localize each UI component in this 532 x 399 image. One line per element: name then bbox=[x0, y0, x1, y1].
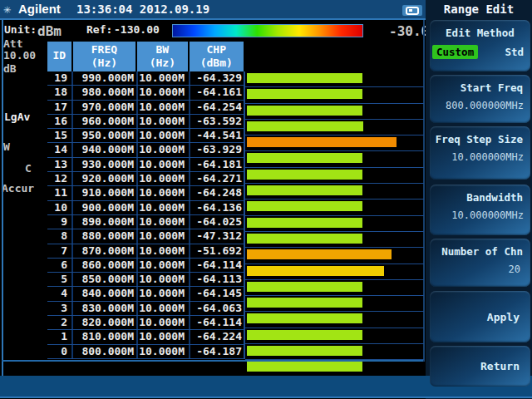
softkey-edit-method[interactable]: Edit Method Custom Std bbox=[430, 20, 530, 71]
bar-row bbox=[245, 282, 424, 296]
table-row[interactable]: 1810.000M10.000M-64.224 bbox=[47, 330, 244, 344]
table-cell: 10.000M bbox=[138, 86, 190, 99]
table-row[interactable]: 7870.000M10.000M-51.692 bbox=[47, 244, 244, 259]
column-header-id: ID bbox=[47, 42, 71, 71]
table-row[interactable]: 4840.000M10.000M-64.145 bbox=[47, 287, 244, 301]
att-value: 10.00 bbox=[3, 49, 36, 62]
menu-title: Range Edit bbox=[426, 2, 532, 16]
softkey-apply[interactable]: Apply bbox=[430, 291, 530, 342]
bar-row bbox=[245, 266, 424, 280]
table-cell: -64.145 bbox=[190, 287, 244, 300]
channel-power-bar bbox=[247, 170, 362, 180]
bar-row bbox=[245, 121, 424, 135]
table-row[interactable]: 16960.000M10.000M-63.592 bbox=[47, 115, 244, 129]
table-cell: 850.000M bbox=[73, 273, 138, 286]
table-cell: 10.000M bbox=[138, 273, 190, 286]
softkey-label: Edit Method bbox=[430, 20, 530, 39]
table-cell: 11 bbox=[47, 186, 73, 200]
table-cell: 940.000M bbox=[73, 143, 138, 156]
table-cell: -63.929 bbox=[190, 143, 244, 156]
table-cell: -64.329 bbox=[190, 71, 244, 85]
table-row[interactable]: 18980.000M10.000M-64.161 bbox=[47, 86, 244, 100]
table-cell: -64.161 bbox=[190, 86, 244, 99]
table-cell: -51.692 bbox=[190, 244, 244, 258]
option-custom[interactable]: Custom bbox=[432, 45, 478, 59]
bar-row bbox=[245, 234, 424, 248]
softkey-label: Number of Chn bbox=[430, 239, 530, 258]
table-cell: -64.254 bbox=[190, 101, 244, 114]
amplitude-color-legend bbox=[172, 24, 363, 37]
table-cell: 820.000M bbox=[73, 316, 138, 329]
att-unit: dB bbox=[3, 62, 17, 75]
channel-power-bar bbox=[247, 346, 362, 356]
softkey-value: 10.000000MHz bbox=[430, 145, 530, 163]
table-row[interactable]: 9890.000M10.000M-64.025 bbox=[47, 215, 244, 229]
table-row[interactable]: 8880.000M10.000M-47.312 bbox=[47, 229, 244, 244]
table-cell: 9 bbox=[47, 215, 73, 229]
softkey-bandwidth[interactable]: Bandwidth 10.000000MHz bbox=[430, 185, 530, 235]
table-cell: 870.000M bbox=[73, 244, 138, 258]
channel-power-bar bbox=[247, 137, 397, 147]
w-indicator: W bbox=[3, 140, 10, 153]
table-row[interactable]: 10900.000M10.000M-64.136 bbox=[47, 201, 244, 215]
remote-indicator-icon bbox=[402, 5, 422, 16]
bar-row bbox=[245, 73, 424, 87]
softkey-value: 800.000000MHz bbox=[430, 94, 530, 111]
table-row[interactable]: 17970.000M10.000M-64.254 bbox=[47, 101, 244, 115]
brand-label: Agilent bbox=[18, 2, 61, 16]
unit-value: dBm bbox=[37, 23, 62, 39]
softkey-freq-step-size[interactable]: Freq Step Size 10.000000MHz bbox=[430, 126, 530, 180]
table-row[interactable]: 3830.000M10.000M-64.063 bbox=[47, 302, 244, 316]
channel-power-bar bbox=[247, 201, 362, 211]
channel-power-bar bbox=[247, 185, 362, 195]
table-row[interactable]: 0800.000M10.000M-64.187 bbox=[47, 345, 244, 359]
table-cell: -64.114 bbox=[190, 259, 244, 272]
table-cell: -64.025 bbox=[190, 215, 244, 229]
softkey-label: Bandwidth bbox=[430, 185, 530, 204]
table-row[interactable]: 14940.000M10.000M-63.929 bbox=[47, 143, 244, 157]
column-header-unit: (Hz) bbox=[73, 57, 135, 70]
table-row[interactable]: 5850.000M10.000M-64.113 bbox=[47, 273, 244, 287]
table-cell: 13 bbox=[47, 158, 73, 171]
channel-power-bar bbox=[247, 121, 363, 131]
channel-power-bar bbox=[247, 106, 362, 116]
c-indicator: C bbox=[25, 162, 32, 175]
table-row[interactable]: 2820.000M10.000M-64.114 bbox=[47, 316, 244, 330]
table-cell: 4 bbox=[47, 287, 73, 300]
bar-row bbox=[245, 185, 424, 200]
table-row[interactable]: 13930.000M10.000M-64.181 bbox=[47, 158, 244, 172]
table-cell: 890.000M bbox=[73, 215, 138, 229]
table-cell: 990.000M bbox=[73, 71, 138, 85]
table-row[interactable]: 19990.000M10.000M-64.329 bbox=[47, 71, 244, 86]
channel-power-bar bbox=[247, 73, 362, 83]
softkey-number-of-chn[interactable]: Number of Chn 20 bbox=[430, 239, 530, 287]
screen-frame-left bbox=[2, 20, 3, 377]
table-cell: 10.000M bbox=[138, 71, 190, 85]
channel-power-bar bbox=[247, 89, 362, 99]
table-row[interactable]: 11910.000M10.000M-64.248 bbox=[47, 186, 244, 200]
softkey-start-freq[interactable]: Start Freq 800.000000MHz bbox=[430, 75, 530, 123]
option-std[interactable]: Std bbox=[505, 46, 524, 58]
table-cell: -64.248 bbox=[190, 186, 244, 200]
table-cell: -64.224 bbox=[190, 330, 244, 343]
softkey-return[interactable]: Return bbox=[430, 346, 530, 387]
table-cell: 10.000M bbox=[138, 201, 190, 214]
table-cell: 910.000M bbox=[73, 186, 138, 200]
bar-row bbox=[245, 201, 424, 215]
table-row[interactable]: 12920.000M10.000M-64.271 bbox=[47, 172, 244, 186]
table-row[interactable]: 15950.000M10.000M-44.541 bbox=[47, 129, 244, 143]
table-cell: -64.271 bbox=[190, 172, 244, 185]
column-header-label: FREQ bbox=[73, 43, 135, 57]
table-cell: 860.000M bbox=[73, 259, 138, 272]
table-row[interactable]: 6860.000M10.000M-64.114 bbox=[47, 259, 244, 273]
table-cell: 10.000M bbox=[138, 316, 190, 329]
table-cell: 10.000M bbox=[138, 345, 190, 358]
column-header-label: CHP bbox=[190, 43, 244, 57]
channel-power-bar bbox=[247, 330, 362, 340]
ref-value: -130.00 bbox=[114, 23, 160, 36]
table-cell: 10.000M bbox=[138, 330, 190, 343]
softkey-label: Return bbox=[480, 360, 520, 372]
table-cell: 15 bbox=[47, 129, 73, 142]
softkey-value: 10.000000MHz bbox=[430, 204, 530, 221]
title-bar-divider bbox=[0, 18, 426, 20]
